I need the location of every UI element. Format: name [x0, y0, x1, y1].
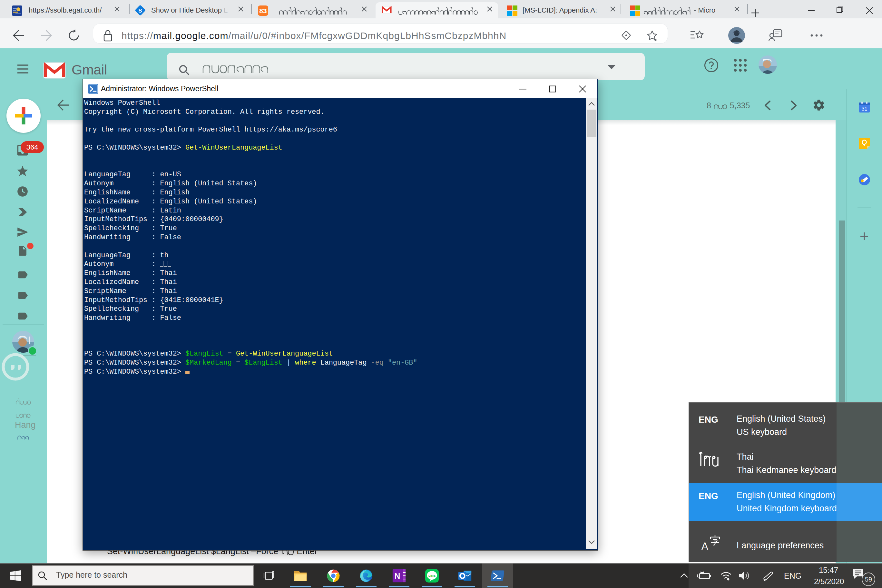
svg-text:31: 31 [862, 106, 867, 111]
svg-text:83: 83 [259, 7, 267, 15]
svg-text:N: N [394, 572, 400, 580]
svg-text:S: S [138, 8, 142, 14]
svg-text:LINE: LINE [428, 574, 435, 578]
